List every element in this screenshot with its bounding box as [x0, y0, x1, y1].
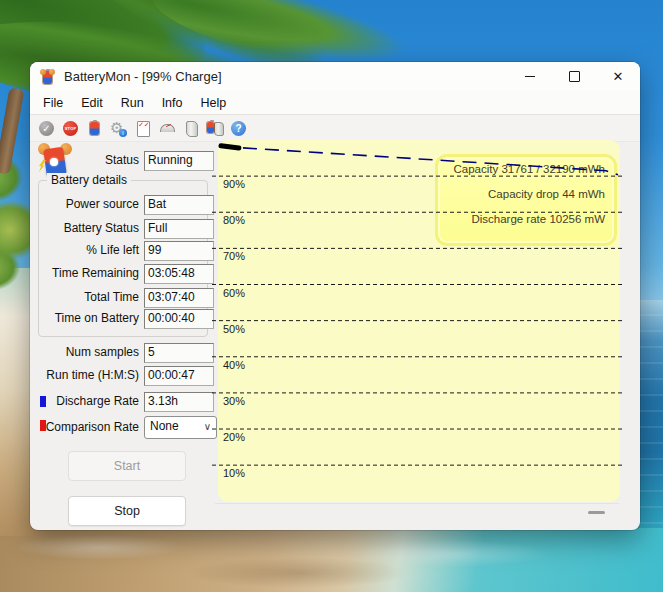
ytick-label: 20%	[223, 431, 245, 443]
power-source-label: Power source	[36, 197, 139, 211]
maximize-button[interactable]	[552, 62, 596, 91]
ytick-label: 70%	[223, 250, 245, 262]
discharge-rate-label: Discharge Rate	[36, 394, 139, 408]
log-scroll-icon[interactable]	[182, 120, 199, 137]
comparison-rate-dropdown[interactable]: None ∨	[144, 416, 217, 439]
discharge-line	[221, 147, 618, 175]
resize-grip[interactable]	[588, 511, 605, 514]
status-field[interactable]: Running	[144, 151, 214, 171]
ytick-label: 50%	[223, 323, 245, 335]
stop-button[interactable]: Stop	[68, 496, 186, 526]
run-time-label: Run time (H:M:S)	[36, 368, 139, 382]
stop-sign-icon[interactable]: STOP	[62, 120, 79, 137]
ytick-label: 90%	[223, 178, 245, 190]
ytick-label: 40%	[223, 359, 245, 371]
line-start-marker	[221, 146, 239, 148]
report-checklist-icon[interactable]: ✓✓	[134, 120, 151, 137]
battery-status-field[interactable]: Full	[144, 219, 214, 239]
start-button[interactable]: Start	[68, 451, 186, 481]
comparison-rate-value: None	[150, 419, 179, 433]
ytick-label: 80%	[223, 214, 245, 226]
batterymon-window: BatteryMon - [99% Charge] ✕ File Edit Ru…	[30, 62, 640, 530]
chevron-down-icon: ∨	[204, 417, 211, 437]
battery-log-icon[interactable]	[206, 120, 223, 137]
battery-icon[interactable]	[86, 120, 103, 137]
menu-run[interactable]: Run	[112, 94, 153, 112]
app-battery-icon	[40, 69, 56, 85]
time-remaining-field[interactable]: 03:05:48	[144, 264, 214, 284]
run-check-icon[interactable]: ✓	[38, 120, 55, 137]
settings-info-icon[interactable]: ⚙i	[110, 120, 127, 137]
minimize-button[interactable]	[508, 62, 552, 91]
help-icon[interactable]: ?	[230, 120, 247, 137]
life-left-label: % Life left	[36, 243, 139, 257]
wallpaper-shore	[0, 268, 34, 536]
total-time-label: Total Time	[36, 290, 139, 304]
toolbar: ✓ STOP ⚙i ✓✓ ?	[30, 115, 640, 142]
battery-status-label: Battery Status	[36, 221, 139, 235]
ytick-label: 60%	[223, 287, 245, 299]
time-on-battery-field[interactable]: 00:00:40	[144, 309, 214, 329]
battery-chart: Capacity 31761 / 32190 mWh Capacity drop…	[218, 140, 620, 502]
life-left-field[interactable]: 99	[144, 241, 214, 261]
menu-help[interactable]: Help	[192, 94, 236, 112]
menu-info[interactable]: Info	[153, 94, 192, 112]
battery-details-title: Battery details	[47, 173, 131, 187]
time-remaining-label: Time Remaining	[36, 266, 139, 280]
menu-file[interactable]: File	[34, 94, 72, 112]
window-title: BatteryMon - [99% Charge]	[64, 69, 508, 84]
desktop-wallpaper: BatteryMon - [99% Charge] ✕ File Edit Ru…	[0, 0, 663, 592]
num-samples-field[interactable]: 5	[144, 343, 214, 363]
ytick-label: 30%	[223, 395, 245, 407]
power-source-field[interactable]: Bat	[144, 195, 214, 215]
wallpaper-beach-sand	[0, 528, 663, 592]
menu-bar: File Edit Run Info Help	[30, 91, 640, 115]
statusbar-separator	[215, 503, 619, 504]
left-panel: Status Running Battery details Power sou…	[36, 140, 214, 526]
ytick-label: 10%	[223, 467, 245, 479]
time-on-battery-label: Time on Battery	[36, 311, 139, 325]
num-samples-label: Num samples	[36, 345, 139, 359]
discharge-rate-field[interactable]: 3.13h	[144, 392, 214, 412]
status-label: Status	[36, 153, 139, 167]
close-button[interactable]: ✕	[596, 62, 640, 91]
menu-edit[interactable]: Edit	[72, 94, 112, 112]
comparison-rate-label: Comparison Rate	[36, 420, 139, 434]
chart-plot-area	[218, 140, 620, 502]
gauge-icon[interactable]	[158, 120, 175, 137]
run-time-field[interactable]: 00:00:47	[144, 366, 214, 386]
titlebar[interactable]: BatteryMon - [99% Charge] ✕	[30, 62, 640, 91]
total-time-field[interactable]: 03:07:40	[144, 288, 214, 308]
